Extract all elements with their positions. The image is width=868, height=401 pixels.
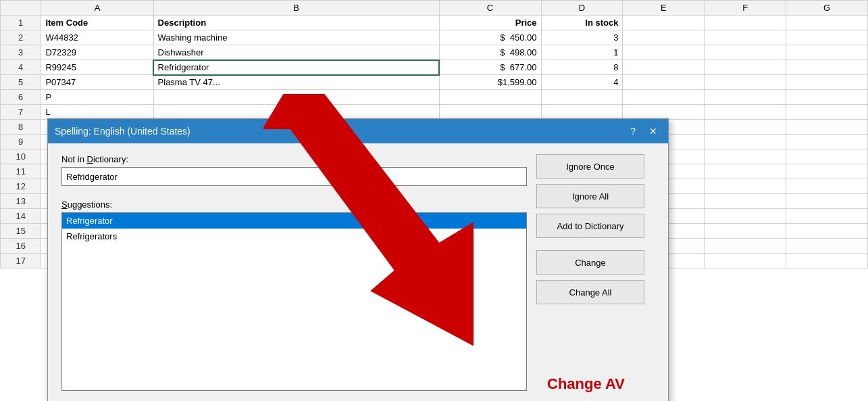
change-button[interactable]: Change	[536, 250, 644, 275]
cell[interactable]	[705, 209, 786, 224]
row-num: 7	[1, 105, 41, 120]
cell[interactable]	[705, 239, 786, 254]
cell-1d[interactable]: In stock	[541, 16, 623, 30]
cell[interactable]	[705, 179, 786, 194]
cell-5g[interactable]	[786, 75, 868, 90]
row-num: 14	[1, 209, 41, 224]
cell-6c[interactable]	[439, 90, 541, 105]
row-num: 1	[1, 16, 41, 30]
cell-2f[interactable]	[705, 30, 786, 45]
cell-5d[interactable]: 4	[541, 75, 623, 90]
corner-cell	[1, 1, 41, 16]
suggestions-list[interactable]: Refrigerator Refrigerators	[61, 212, 527, 391]
cell[interactable]	[705, 135, 786, 149]
cell-4f[interactable]	[705, 60, 786, 75]
cell-4b[interactable]: Refridgerator	[153, 60, 439, 75]
cell-6b[interactable]	[153, 90, 439, 105]
cell-2g[interactable]	[786, 30, 868, 45]
row-num: 5	[1, 75, 41, 90]
change-av-label: Change AV	[511, 367, 661, 401]
cell[interactable]	[786, 120, 868, 135]
ignore-once-button[interactable]: Ignore Once	[536, 154, 644, 179]
cell[interactable]	[786, 224, 868, 239]
add-to-dictionary-button[interactable]: Add to Dictionary	[536, 214, 644, 238]
cell[interactable]	[786, 254, 868, 268]
cell-6e[interactable]	[623, 90, 705, 105]
cell-2a[interactable]: W44832	[41, 30, 153, 45]
cell-7b[interactable]	[153, 105, 439, 120]
cell-7c[interactable]	[439, 105, 541, 120]
cell[interactable]	[786, 135, 868, 149]
cell[interactable]	[705, 164, 786, 179]
cell-5f[interactable]	[705, 75, 786, 90]
cell-7g[interactable]	[786, 105, 868, 120]
cell[interactable]	[705, 194, 786, 209]
spelling-dialog: Spelling: English (United States) ? ✕ No…	[47, 118, 669, 401]
row-num: 8	[1, 120, 41, 135]
cell-4c[interactable]: $ 677.00	[439, 60, 541, 75]
suggestion-item-refrigerator[interactable]: Refrigerator	[62, 213, 526, 229]
cell[interactable]	[705, 224, 786, 239]
dialog-left-panel: Not in Dictionary: Suggestions: Refriger…	[61, 154, 527, 391]
cell-3b[interactable]: Dishwasher	[153, 45, 439, 60]
cell-3d[interactable]: 1	[541, 45, 623, 60]
cell-4e[interactable]	[623, 60, 705, 75]
cell-3c[interactable]: $ 498.00	[439, 45, 541, 60]
cell-6d[interactable]	[541, 90, 623, 105]
misspelled-word-input[interactable]	[61, 167, 527, 186]
not-in-dict-label: Not in Dictionary:	[61, 154, 527, 164]
dialog-window-controls: ? ✕	[626, 124, 661, 138]
cell-1b[interactable]: Description	[153, 16, 439, 30]
cell-1c[interactable]: Price	[439, 16, 541, 30]
cell-1f[interactable]	[705, 16, 786, 30]
cell-3g[interactable]	[786, 45, 868, 60]
cell-1g[interactable]	[786, 16, 868, 30]
dialog-right-panel: Ignore Once Ignore All Add to Dictionary…	[536, 154, 655, 391]
cell-1a[interactable]: Item Code	[41, 16, 153, 30]
dialog-help-button[interactable]: ?	[626, 124, 640, 138]
cell-7d[interactable]	[541, 105, 623, 120]
cell[interactable]	[705, 120, 786, 135]
cell-2c[interactable]: $ 450.00	[439, 30, 541, 45]
cell[interactable]	[786, 164, 868, 179]
row-num: 2	[1, 30, 41, 45]
cell-5c[interactable]: $1,599.00	[439, 75, 541, 90]
col-header-b: B	[153, 1, 439, 16]
col-header-e: E	[623, 1, 705, 16]
cell[interactable]	[786, 239, 868, 254]
suggestion-item-refrigerators[interactable]: Refrigerators	[62, 229, 526, 244]
cell-3e[interactable]	[623, 45, 705, 60]
cell-6a[interactable]: P	[41, 90, 153, 105]
cell-7f[interactable]	[705, 105, 786, 120]
cell-4a[interactable]: R99245	[41, 60, 153, 75]
cell-2b[interactable]: Washing machine	[153, 30, 439, 45]
cell-3f[interactable]	[705, 45, 786, 60]
cell-5a[interactable]: P07347	[41, 75, 153, 90]
table-row: 7 L	[1, 105, 868, 120]
cell-4d[interactable]: 8	[541, 60, 623, 75]
cell-2d[interactable]: 3	[541, 30, 623, 45]
row-num: 17	[1, 254, 41, 268]
cell-7a[interactable]: L	[41, 105, 153, 120]
cell[interactable]	[786, 194, 868, 209]
change-all-button[interactable]: Change All	[536, 280, 644, 304]
row-num: 13	[1, 194, 41, 209]
cell-5e[interactable]	[623, 75, 705, 90]
cell[interactable]	[786, 149, 868, 164]
dialog-close-button[interactable]: ✕	[645, 124, 661, 138]
cell-5b[interactable]: Plasma TV 47...	[153, 75, 439, 90]
cell-3a[interactable]: D72329	[41, 45, 153, 60]
col-header-g: G	[786, 1, 868, 16]
ignore-all-button[interactable]: Ignore All	[536, 184, 644, 208]
cell[interactable]	[786, 209, 868, 224]
cell-6g[interactable]	[786, 90, 868, 105]
cell[interactable]	[786, 179, 868, 194]
cell-4g[interactable]	[786, 60, 868, 75]
cell[interactable]	[705, 254, 786, 268]
cell-7e[interactable]	[623, 105, 705, 120]
cell-1e[interactable]	[623, 16, 705, 30]
cell[interactable]	[705, 149, 786, 164]
row-num: 16	[1, 239, 41, 254]
cell-6f[interactable]	[705, 90, 786, 105]
cell-2e[interactable]	[623, 30, 705, 45]
